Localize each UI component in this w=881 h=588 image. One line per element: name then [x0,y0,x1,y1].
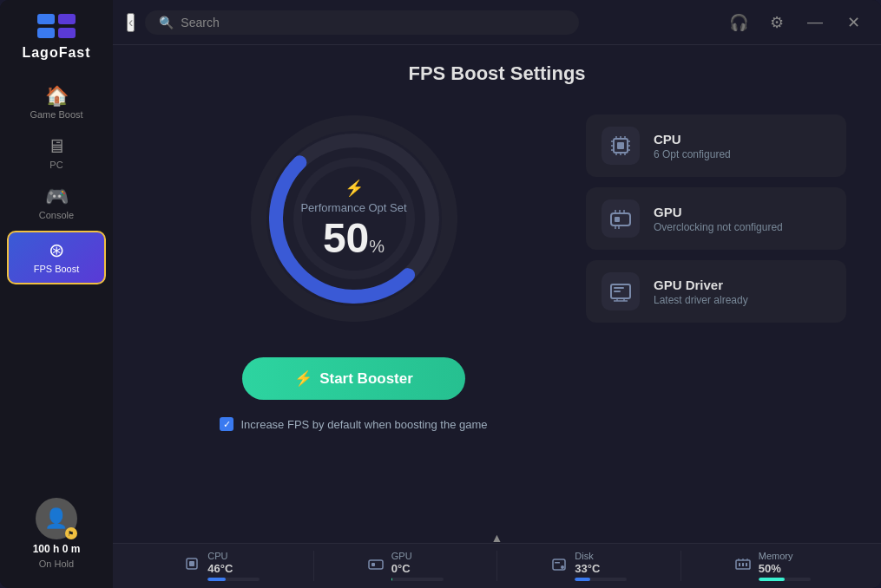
status-disk-icon [550,555,568,577]
nav-label-game-boost: Game Boost [30,109,82,120]
chevron-up-icon[interactable]: ▲ [491,531,503,545]
start-booster-button[interactable]: ⚡ Start Booster [242,357,465,400]
gpu-driver-card-info: GPU Driver Latest driver already [654,278,748,306]
fps-checkbox[interactable]: ✓ [220,417,233,431]
hold-label: On Hold [39,559,74,569]
info-cards: CPU 6 Opt configured [586,114,846,323]
minimize-button[interactable]: — [801,9,829,36]
gauge-section: ⚡ Performance Opt Set 50% ⚡ Start Booste… [148,106,560,431]
status-gpu-label: GPU [391,551,444,561]
status-memory-icon [734,555,752,577]
status-item-cpu: CPU 46°C [130,551,313,581]
logo-text: LagoFast [22,45,90,61]
main-area: ‹ 🔍 Search 🎧 ⚙ — ✕ FPS Boost Settings [113,0,881,588]
nav-label-pc: PC [49,160,62,170]
search-icon: 🔍 [159,16,174,29]
console-icon: 🎮 [45,187,69,206]
status-cpu-fill [207,578,226,581]
status-disk-info: Disk 33°C [575,551,627,581]
avatar-badge: ⚑ [65,527,77,539]
svg-rect-40 [371,563,375,566]
content: FPS Boost Settings [113,45,881,543]
svg-rect-39 [369,560,383,569]
cpu-card-title: CPU [654,132,731,147]
sidebar-item-console[interactable]: 🎮 Console [0,179,113,229]
avatar[interactable]: 👤 ⚑ [36,498,77,539]
status-bar-wrap: ▲ CPU 46°C [113,543,881,588]
start-bolt-icon: ⚡ [294,369,312,388]
status-item-gpu: GPU 0°C [313,551,497,581]
gauge-bolt-icon: ⚡ [345,179,364,198]
page-title: FPS Boost Settings [148,62,846,85]
gpu-card-icon [602,199,640,238]
back-button[interactable]: ‹ [127,13,135,32]
nav-label-console: Console [39,210,74,220]
status-item-memory: Memory 50% [680,551,865,581]
status-gpu-value: 0°C [391,562,444,575]
svg-rect-45 [739,563,740,566]
svg-rect-0 [37,14,55,24]
gpu-card-sub: Overclocking not configured [654,221,783,233]
status-item-disk: Disk 33°C [496,551,680,581]
svg-rect-25 [615,217,620,222]
status-disk-value: 33°C [575,562,627,575]
status-gpu-icon [367,555,385,577]
sidebar-item-pc[interactable]: 🖥 PC [0,128,113,179]
gauge-unit: % [369,237,385,256]
support-button[interactable]: 🎧 [725,9,753,36]
status-memory-value: 50% [759,562,811,575]
status-memory-bar [759,578,811,581]
svg-rect-33 [614,291,621,292]
gpu-driver-card[interactable]: GPU Driver Latest driver already [586,260,846,323]
gauge-label: Performance Opt Set [300,201,406,214]
status-cpu-info: CPU 46°C [207,551,260,581]
svg-rect-38 [189,561,194,566]
svg-rect-43 [555,562,560,564]
cpu-card-info: CPU 6 Opt configured [654,132,731,160]
svg-rect-3 [58,28,76,38]
search-text: Search [181,16,219,29]
sidebar-bottom: 👤 ⚑ 100 h 0 m On Hold [33,498,81,578]
gpu-card-info: GPU Overclocking not configured [654,205,783,233]
status-cpu-icon [183,555,201,577]
svg-point-42 [561,565,564,569]
gpu-card[interactable]: GPU Overclocking not configured [586,187,846,250]
checkbox-row: ✓ Increase FPS by default when boosting … [220,417,487,431]
svg-rect-47 [746,563,747,566]
status-disk-label: Disk [575,551,627,561]
avatar-icon: 👤 [44,507,68,530]
cpu-card[interactable]: CPU 6 Opt configured [586,114,846,177]
status-cpu-label: CPU [207,551,260,561]
main-section: ⚡ Performance Opt Set 50% ⚡ Start Booste… [148,106,846,543]
svg-rect-24 [611,213,630,225]
title-bar-actions: 🎧 ⚙ — ✕ [725,9,867,36]
sidebar-item-fps-boost[interactable]: ⊛ FPS Boost [7,231,106,284]
title-bar: ‹ 🔍 Search 🎧 ⚙ — ✕ [113,0,881,45]
gpu-card-title: GPU [654,205,783,219]
svg-rect-11 [617,142,624,149]
gpu-driver-card-icon [602,272,640,310]
status-cpu-value: 46°C [207,562,260,575]
logo: LagoFast [22,10,90,61]
gauge-container: ⚡ Performance Opt Set 50% [241,106,467,331]
gauge-value: 50 [323,215,369,261]
status-gpu-bar [391,578,444,581]
gauge-center: ⚡ Performance Opt Set 50% [300,179,406,259]
logo-icon [36,10,77,42]
status-gpu-info: GPU 0°C [391,551,444,581]
search-bar[interactable]: 🔍 Search [145,10,579,35]
nav-label-fps-boost: FPS Boost [34,264,80,274]
game-boost-icon: 🏠 [45,87,69,106]
cpu-card-icon [602,127,640,165]
status-memory-info: Memory 50% [759,551,811,581]
sidebar-item-game-boost[interactable]: 🏠 Game Boost [0,78,113,128]
pc-icon: 🖥 [47,137,66,156]
sidebar: LagoFast 🏠 Game Boost 🖥 PC 🎮 Console ⊛ F… [0,0,113,588]
status-disk-bar [575,578,627,581]
svg-rect-32 [614,287,624,289]
svg-rect-1 [37,28,55,38]
settings-button[interactable]: ⚙ [763,9,791,36]
status-cpu-bar [207,578,260,581]
close-button[interactable]: ✕ [839,9,867,36]
start-label: Start Booster [319,370,413,388]
